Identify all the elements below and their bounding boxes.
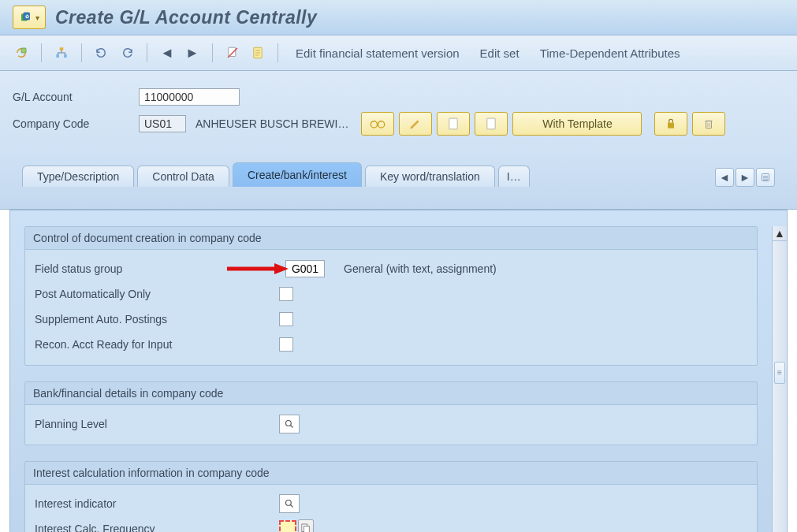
main-panel: Control of document creation in company …	[9, 210, 788, 532]
svg-rect-15	[487, 118, 495, 129]
svg-rect-6	[64, 54, 67, 58]
copy-button[interactable]	[475, 112, 508, 136]
glasses-icon	[369, 118, 386, 129]
company-code-input[interactable]	[139, 115, 186, 132]
interest-calc-freq-input[interactable]	[279, 520, 296, 532]
edit-button[interactable]	[399, 112, 432, 136]
svg-marker-26	[274, 263, 289, 274]
scroll-grip[interactable]: ≡	[774, 362, 785, 384]
page-icon	[486, 117, 497, 130]
prev-icon[interactable]: ◄	[158, 44, 176, 61]
supplement-auto-checkbox[interactable]	[279, 312, 293, 326]
value-help-button[interactable]	[298, 519, 314, 532]
edit-set-button[interactable]: Edit set	[474, 43, 526, 63]
titlebar: ✿ ▾ Create G/L Account Centrally	[0, 0, 797, 35]
scroll-up-icon[interactable]: ▲	[773, 226, 787, 241]
search-icon	[285, 419, 294, 429]
svg-rect-32	[304, 526, 309, 532]
svg-rect-14	[449, 118, 457, 129]
svg-rect-4	[60, 47, 64, 50]
svg-rect-17	[706, 121, 712, 128]
search-icon	[285, 499, 294, 508]
header-area: G/L Account Company Code ANHEUSER BUSCH …	[0, 71, 797, 210]
hierarchy-icon[interactable]	[53, 44, 70, 61]
svg-point-27	[286, 421, 292, 426]
delete-doc-icon[interactable]	[224, 44, 241, 61]
undo-icon[interactable]	[93, 44, 110, 61]
tabs-row: Type/Description Control Data Create/ban…	[13, 137, 784, 187]
section-interest-title: Interest calculation information in comp…	[25, 462, 757, 485]
tab-more[interactable]: I…	[498, 166, 530, 187]
section-bank-title: Bank/financial details in company code	[25, 382, 757, 405]
field-status-group-desc: General (with text, assignment)	[344, 262, 497, 275]
gl-account-input[interactable]	[139, 88, 240, 106]
time-dependent-button[interactable]: Time-Dependent Attributes	[534, 43, 687, 63]
svg-point-13	[378, 121, 385, 128]
svg-rect-16	[668, 123, 674, 128]
trash-icon	[703, 117, 714, 130]
lock-icon	[665, 117, 676, 130]
dropdown-icon: ▾	[35, 13, 39, 22]
page-title: Create G/L Account Centrally	[55, 7, 317, 28]
redo-icon[interactable]	[118, 44, 136, 61]
post-auto-label: Post Automatically Only	[35, 288, 279, 300]
supplement-auto-label: Supplement Auto. Postings	[35, 313, 279, 326]
svg-line-30	[291, 505, 293, 508]
svg-line-28	[291, 426, 293, 428]
svg-rect-5	[56, 54, 59, 58]
tab-type-description[interactable]: Type/Description	[22, 166, 134, 187]
svg-point-29	[286, 500, 292, 506]
display-button[interactable]	[361, 112, 394, 136]
pencil-icon	[409, 117, 422, 130]
app-menu-button[interactable]: ✿ ▾	[13, 6, 46, 29]
svg-rect-7	[229, 47, 236, 56]
value-help-icon	[301, 523, 311, 532]
toolbar: ◄ ► Edit financial statement version Edi…	[0, 35, 797, 71]
section-interest: Interest calculation information in comp…	[24, 461, 758, 532]
planning-level-label: Planning Level	[35, 418, 279, 430]
app-icon: ✿	[19, 10, 33, 24]
document-icon[interactable]	[249, 44, 266, 61]
planning-level-input[interactable]	[279, 415, 300, 433]
tab-keyword-translation[interactable]: Key word/translation	[365, 166, 495, 187]
tab-create-bank-interest[interactable]: Create/bank/interest	[233, 162, 362, 187]
page-icon	[448, 117, 459, 130]
tab-nav-list[interactable]	[756, 168, 775, 187]
post-auto-checkbox[interactable]	[279, 287, 293, 301]
scroll-track[interactable]: ≡	[773, 241, 787, 532]
section-bank: Bank/financial details in company code P…	[24, 381, 758, 445]
delete-button[interactable]	[692, 112, 725, 136]
edit-statement-button[interactable]: Edit financial statement version	[289, 43, 466, 63]
lock-button[interactable]	[654, 112, 687, 136]
next-icon[interactable]: ►	[184, 44, 201, 61]
interest-indicator-input[interactable]	[279, 494, 300, 513]
field-status-group-input[interactable]	[285, 260, 325, 277]
interest-calc-freq-label: Interest Calc. Frequency	[35, 523, 279, 532]
with-template-button[interactable]: With Template	[512, 112, 642, 136]
section-control-title: Control of document creation in company …	[25, 227, 757, 250]
recon-acct-label: Recon. Acct Ready for Input	[35, 338, 279, 351]
gl-account-label: G/L Account	[13, 91, 139, 103]
tab-nav-prev[interactable]: ◄	[715, 168, 734, 187]
company-code-label: Company Code	[13, 117, 139, 130]
tab-control-data[interactable]: Control Data	[137, 166, 229, 187]
interest-indicator-label: Interest indicator	[35, 497, 279, 510]
new-button[interactable]	[437, 112, 470, 136]
recon-acct-checkbox[interactable]	[279, 337, 293, 352]
svg-point-12	[371, 121, 378, 128]
svg-rect-3	[21, 48, 26, 53]
section-control: Control of document creation in company …	[24, 226, 758, 366]
arrow-annotation	[224, 262, 290, 276]
svg-text:✿: ✿	[25, 14, 29, 19]
field-status-group-label: Field status group	[35, 262, 224, 275]
tab-nav-next[interactable]: ►	[736, 168, 754, 187]
vertical-scrollbar[interactable]: ▲ ≡ ▼	[772, 226, 787, 532]
list-icon	[761, 173, 770, 182]
company-code-name: ANHEUSER BUSCH BREWI…	[196, 117, 348, 130]
refresh-icon[interactable]	[13, 44, 30, 61]
